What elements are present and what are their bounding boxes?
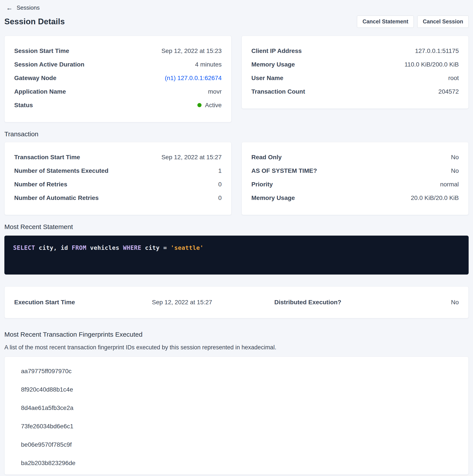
detail-row: Number of Retries 0 — [14, 178, 222, 191]
status-badge: Active — [197, 102, 222, 109]
fingerprints-section-heading: Most Recent Transaction Fingerprints Exe… — [4, 331, 469, 339]
sql-statement: SELECT city, id FROM vehicles WHERE city… — [13, 244, 203, 251]
detail-row: Session Active Duration 4 minutes — [14, 58, 222, 71]
session-start-time-label: Session Start Time — [14, 48, 69, 54]
detail-row: Transaction Count 204572 — [251, 85, 459, 99]
execution-start-time-value: Sep 12, 2022 at 15:27 — [152, 299, 274, 306]
transaction-summary-row: Transaction Start Time Sep 12, 2022 at 1… — [4, 142, 469, 215]
session-active-duration-label: Session Active Duration — [14, 61, 84, 68]
fingerprint-item: be06e9570f785c9f — [21, 436, 459, 454]
sql-keyword: FROM — [72, 244, 86, 251]
page-title: Session Details — [4, 17, 65, 26]
detail-row: Session Start Time Sep 12, 2022 at 15:23 — [14, 44, 222, 58]
detail-row: Number of Statements Executed 1 — [14, 164, 222, 178]
detail-row: Application Name movr — [14, 85, 222, 99]
session-active-duration-value: 4 minutes — [195, 61, 222, 68]
status-value: Active — [205, 102, 222, 109]
fingerprint-item: 73fe26034bd6e6c1 — [21, 417, 459, 436]
sql-text: city = — [141, 244, 170, 251]
transaction-section-heading: Transaction — [4, 130, 469, 138]
session-right-card: Client IP Address 127.0.0.1:51175 Memory… — [242, 36, 469, 109]
cancel-statement-button[interactable]: Cancel Statement — [357, 16, 414, 28]
execution-card: Execution Start Time Sep 12, 2022 at 15:… — [4, 286, 469, 318]
as-of-system-time-label: AS OF SYSTEM TIME? — [251, 167, 317, 174]
back-link[interactable]: ← Sessions — [4, 3, 42, 13]
statement-section-heading: Most Recent Statement — [4, 223, 469, 231]
priority-label: Priority — [251, 181, 273, 188]
priority-value: normal — [440, 181, 459, 188]
detail-row: Memory Usage 20.0 KiB/20.0 KiB — [251, 191, 459, 205]
transaction-count-label: Transaction Count — [251, 88, 305, 95]
detail-row: Number of Automatic Retries 0 — [14, 191, 222, 205]
fingerprint-card: aa79775ff097970c 8f920c40d88b1c4e 8d4ae6… — [4, 357, 469, 475]
detail-row: Priority normal — [251, 178, 459, 191]
detail-row: User Name root — [251, 71, 459, 85]
detail-row: Gateway Node (n1) 127.0.0.1:62674 — [14, 71, 222, 85]
execution-start-time-label: Execution Start Time — [14, 299, 152, 306]
detail-row: Memory Usage 110.0 KiB/200.0 KiB — [251, 58, 459, 71]
read-only-label: Read Only — [251, 154, 281, 161]
txn-memory-usage-value: 20.0 KiB/20.0 KiB — [411, 194, 459, 202]
session-left-card: Session Start Time Sep 12, 2022 at 15:23… — [4, 36, 231, 122]
session-summary-row: Session Start Time Sep 12, 2022 at 15:23… — [4, 36, 469, 122]
client-ip-label: Client IP Address — [251, 48, 302, 54]
fingerprint-item: 8f920c40d88b1c4e — [21, 380, 459, 399]
sql-keyword: SELECT — [13, 244, 35, 251]
back-link-label: Sessions — [16, 4, 40, 11]
header-actions: Cancel Statement Cancel Session — [357, 16, 469, 28]
read-only-value: No — [451, 154, 459, 161]
memory-usage-value: 110.0 KiB/200.0 KiB — [404, 61, 459, 68]
transaction-count-value: 204572 — [439, 88, 459, 95]
detail-row: Client IP Address 127.0.0.1:51175 — [251, 44, 459, 58]
fingerprint-item: aa79775ff097970c — [21, 362, 459, 380]
sql-string-literal: 'seattle' — [171, 244, 204, 251]
status-dot-icon — [197, 103, 201, 107]
detail-row: AS OF SYSTEM TIME? No — [251, 164, 459, 178]
transaction-start-time-value: Sep 12, 2022 at 15:27 — [161, 154, 222, 161]
gateway-node-label: Gateway Node — [14, 75, 56, 82]
page-header: Session Details Cancel Statement Cancel … — [4, 16, 469, 28]
cancel-session-button[interactable]: Cancel Session — [417, 16, 469, 28]
sql-text: city, id — [35, 244, 72, 251]
transaction-right-card: Read Only No AS OF SYSTEM TIME? No Prior… — [242, 142, 469, 215]
as-of-system-time-value: No — [451, 167, 459, 174]
session-details-page: ← Sessions Session Details Cancel Statem… — [0, 0, 473, 475]
fingerprint-item: ba2b203b823296de — [21, 454, 459, 472]
status-label: Status — [14, 102, 33, 109]
statements-executed-value: 1 — [218, 167, 222, 174]
automatic-retries-label: Number of Automatic Retries — [14, 194, 98, 202]
gateway-node-link[interactable]: (n1) 127.0.0.1:62674 — [165, 75, 222, 82]
session-start-time-value: Sep 12, 2022 at 15:23 — [161, 48, 222, 54]
user-name-label: User Name — [251, 75, 283, 82]
txn-memory-usage-label: Memory Usage — [251, 194, 295, 202]
distributed-execution-label: Distributed Execution? — [274, 299, 451, 306]
detail-row: Status Active — [14, 99, 222, 112]
statements-executed-label: Number of Statements Executed — [14, 167, 108, 174]
arrow-left-icon: ← — [6, 5, 13, 11]
detail-row: Read Only No — [251, 151, 459, 164]
memory-usage-label: Memory Usage — [251, 61, 295, 68]
distributed-execution-value: No — [451, 299, 459, 306]
detail-row: Transaction Start Time Sep 12, 2022 at 1… — [14, 151, 222, 164]
sql-text: vehicles — [86, 244, 123, 251]
automatic-retries-value: 0 — [218, 194, 222, 202]
retries-label: Number of Retries — [14, 181, 67, 188]
application-name-value: movr — [208, 88, 222, 95]
application-name-label: Application Name — [14, 88, 66, 95]
client-ip-value: 127.0.0.1:51175 — [415, 48, 459, 54]
sql-statement-block: SELECT city, id FROM vehicles WHERE city… — [4, 236, 469, 274]
fingerprint-item: 8d4ae61a5fb3ce2a — [21, 399, 459, 417]
sql-keyword: WHERE — [123, 244, 141, 251]
transaction-left-card: Transaction Start Time Sep 12, 2022 at 1… — [4, 142, 231, 215]
fingerprints-description: A list of the most recent transaction fi… — [4, 344, 469, 351]
transaction-start-time-label: Transaction Start Time — [14, 154, 80, 161]
retries-value: 0 — [218, 181, 222, 188]
user-name-value: root — [448, 75, 459, 82]
